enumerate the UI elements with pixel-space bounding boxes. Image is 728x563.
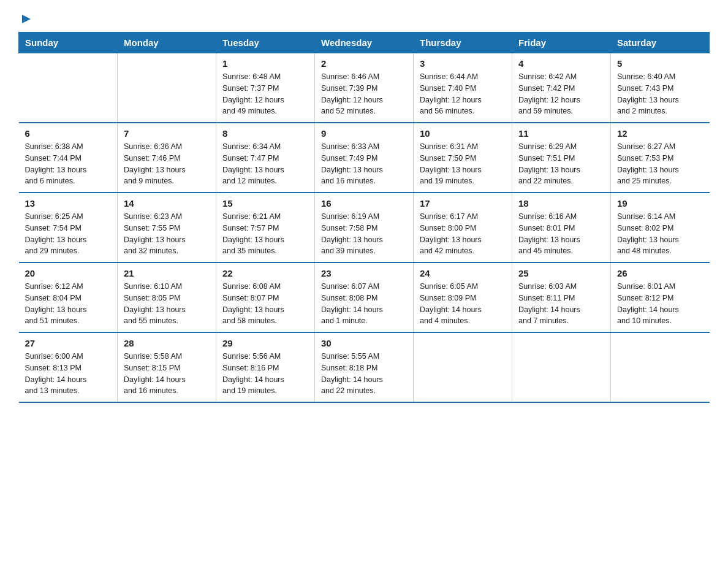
day-info: Sunrise: 6:34 AM Sunset: 7:47 PM Dayligh… xyxy=(222,141,308,187)
day-number: 25 xyxy=(518,268,604,278)
day-info: Sunrise: 6:29 AM Sunset: 7:51 PM Dayligh… xyxy=(518,141,604,187)
calendar-cell: 29Sunrise: 5:56 AM Sunset: 8:16 PM Dayli… xyxy=(216,332,315,402)
calendar-cell: 20Sunrise: 6:12 AM Sunset: 8:04 PM Dayli… xyxy=(19,262,118,332)
day-number: 12 xyxy=(617,128,703,139)
calendar-cell: 19Sunrise: 6:14 AM Sunset: 8:02 PM Dayli… xyxy=(611,193,710,262)
calendar-cell: 4Sunrise: 6:42 AM Sunset: 7:42 PM Daylig… xyxy=(512,53,611,123)
day-info: Sunrise: 6:44 AM Sunset: 7:40 PM Dayligh… xyxy=(420,71,506,117)
calendar-cell: 27Sunrise: 6:00 AM Sunset: 8:13 PM Dayli… xyxy=(19,332,118,402)
day-info: Sunrise: 6:05 AM Sunset: 8:09 PM Dayligh… xyxy=(420,281,506,327)
day-number: 1 xyxy=(222,58,308,69)
day-number: 23 xyxy=(321,268,407,278)
day-info: Sunrise: 6:21 AM Sunset: 7:57 PM Dayligh… xyxy=(222,211,308,257)
day-info: Sunrise: 5:55 AM Sunset: 8:18 PM Dayligh… xyxy=(321,351,407,397)
calendar-cell: 25Sunrise: 6:03 AM Sunset: 8:11 PM Dayli… xyxy=(512,262,611,332)
day-info: Sunrise: 6:10 AM Sunset: 8:05 PM Dayligh… xyxy=(124,281,210,327)
svg-marker-0 xyxy=(22,15,31,23)
logo-triangle-icon xyxy=(20,12,33,26)
day-number: 22 xyxy=(222,268,308,278)
day-number: 9 xyxy=(321,128,407,139)
calendar-cell: 6Sunrise: 6:38 AM Sunset: 7:44 PM Daylig… xyxy=(19,123,118,193)
day-info: Sunrise: 6:14 AM Sunset: 8:02 PM Dayligh… xyxy=(617,211,703,257)
day-info: Sunrise: 6:08 AM Sunset: 8:07 PM Dayligh… xyxy=(222,281,308,327)
day-info: Sunrise: 6:16 AM Sunset: 8:01 PM Dayligh… xyxy=(518,211,604,257)
calendar-cell: 9Sunrise: 6:33 AM Sunset: 7:49 PM Daylig… xyxy=(315,123,414,193)
day-info: Sunrise: 6:07 AM Sunset: 8:08 PM Dayligh… xyxy=(321,281,407,327)
day-number: 11 xyxy=(518,128,604,139)
day-info: Sunrise: 6:17 AM Sunset: 8:00 PM Dayligh… xyxy=(420,211,506,257)
weekday-header-saturday: Saturday xyxy=(611,33,710,53)
page-header xyxy=(18,12,710,26)
day-number: 7 xyxy=(124,128,210,139)
day-number: 18 xyxy=(518,198,604,209)
calendar-week-row: 20Sunrise: 6:12 AM Sunset: 8:04 PM Dayli… xyxy=(19,262,710,332)
weekday-header-friday: Friday xyxy=(512,33,611,53)
weekday-header-sunday: Sunday xyxy=(19,33,118,53)
day-number: 13 xyxy=(25,198,112,209)
day-number: 14 xyxy=(124,198,210,209)
day-info: Sunrise: 5:56 AM Sunset: 8:16 PM Dayligh… xyxy=(222,351,308,397)
day-info: Sunrise: 6:19 AM Sunset: 7:58 PM Dayligh… xyxy=(321,211,407,257)
calendar-cell: 30Sunrise: 5:55 AM Sunset: 8:18 PM Dayli… xyxy=(315,332,414,402)
day-number: 16 xyxy=(321,198,407,209)
calendar-cell: 12Sunrise: 6:27 AM Sunset: 7:53 PM Dayli… xyxy=(611,123,710,193)
day-info: Sunrise: 6:25 AM Sunset: 7:54 PM Dayligh… xyxy=(25,211,112,257)
day-number: 21 xyxy=(124,268,210,278)
weekday-header-monday: Monday xyxy=(118,33,216,53)
calendar-cell: 17Sunrise: 6:17 AM Sunset: 8:00 PM Dayli… xyxy=(414,193,512,262)
calendar-table: SundayMondayTuesdayWednesdayThursdayFrid… xyxy=(18,32,710,403)
calendar-cell: 18Sunrise: 6:16 AM Sunset: 8:01 PM Dayli… xyxy=(512,193,611,262)
day-info: Sunrise: 6:40 AM Sunset: 7:43 PM Dayligh… xyxy=(617,71,703,117)
calendar-cell xyxy=(19,53,118,123)
calendar-week-row: 1Sunrise: 6:48 AM Sunset: 7:37 PM Daylig… xyxy=(19,53,710,123)
calendar-cell: 3Sunrise: 6:44 AM Sunset: 7:40 PM Daylig… xyxy=(414,53,512,123)
calendar-cell: 7Sunrise: 6:36 AM Sunset: 7:46 PM Daylig… xyxy=(118,123,216,193)
weekday-header-tuesday: Tuesday xyxy=(216,33,315,53)
weekday-header-thursday: Thursday xyxy=(414,33,512,53)
calendar-cell: 15Sunrise: 6:21 AM Sunset: 7:57 PM Dayli… xyxy=(216,193,315,262)
calendar-week-row: 27Sunrise: 6:00 AM Sunset: 8:13 PM Dayli… xyxy=(19,332,710,402)
day-number: 27 xyxy=(25,338,112,348)
day-info: Sunrise: 6:12 AM Sunset: 8:04 PM Dayligh… xyxy=(25,281,112,327)
calendar-cell: 8Sunrise: 6:34 AM Sunset: 7:47 PM Daylig… xyxy=(216,123,315,193)
calendar-cell: 5Sunrise: 6:40 AM Sunset: 7:43 PM Daylig… xyxy=(611,53,710,123)
day-info: Sunrise: 6:42 AM Sunset: 7:42 PM Dayligh… xyxy=(518,71,604,117)
calendar-cell: 1Sunrise: 6:48 AM Sunset: 7:37 PM Daylig… xyxy=(216,53,315,123)
calendar-cell xyxy=(611,332,710,402)
day-info: Sunrise: 6:36 AM Sunset: 7:46 PM Dayligh… xyxy=(124,141,210,187)
day-info: Sunrise: 5:58 AM Sunset: 8:15 PM Dayligh… xyxy=(124,351,210,397)
calendar-cell xyxy=(414,332,512,402)
day-number: 26 xyxy=(617,268,703,278)
day-number: 5 xyxy=(617,58,703,69)
day-info: Sunrise: 6:00 AM Sunset: 8:13 PM Dayligh… xyxy=(25,351,112,397)
calendar-cell: 28Sunrise: 5:58 AM Sunset: 8:15 PM Dayli… xyxy=(118,332,216,402)
calendar-week-row: 6Sunrise: 6:38 AM Sunset: 7:44 PM Daylig… xyxy=(19,123,710,193)
calendar-cell: 14Sunrise: 6:23 AM Sunset: 7:55 PM Dayli… xyxy=(118,193,216,262)
day-info: Sunrise: 6:31 AM Sunset: 7:50 PM Dayligh… xyxy=(420,141,506,187)
day-number: 6 xyxy=(25,128,112,139)
calendar-cell xyxy=(118,53,216,123)
day-number: 4 xyxy=(518,58,604,69)
day-info: Sunrise: 6:48 AM Sunset: 7:37 PM Dayligh… xyxy=(222,71,308,117)
day-info: Sunrise: 6:01 AM Sunset: 8:12 PM Dayligh… xyxy=(617,281,703,327)
day-info: Sunrise: 6:33 AM Sunset: 7:49 PM Dayligh… xyxy=(321,141,407,187)
calendar-cell: 22Sunrise: 6:08 AM Sunset: 8:07 PM Dayli… xyxy=(216,262,315,332)
day-number: 20 xyxy=(25,268,112,278)
calendar-cell: 11Sunrise: 6:29 AM Sunset: 7:51 PM Dayli… xyxy=(512,123,611,193)
day-number: 2 xyxy=(321,58,407,69)
day-number: 17 xyxy=(420,198,506,209)
calendar-cell: 13Sunrise: 6:25 AM Sunset: 7:54 PM Dayli… xyxy=(19,193,118,262)
day-info: Sunrise: 6:27 AM Sunset: 7:53 PM Dayligh… xyxy=(617,141,703,187)
day-info: Sunrise: 6:03 AM Sunset: 8:11 PM Dayligh… xyxy=(518,281,604,327)
day-number: 10 xyxy=(420,128,506,139)
calendar-cell: 26Sunrise: 6:01 AM Sunset: 8:12 PM Dayli… xyxy=(611,262,710,332)
day-number: 3 xyxy=(420,58,506,69)
day-number: 29 xyxy=(222,338,308,348)
calendar-week-row: 13Sunrise: 6:25 AM Sunset: 7:54 PM Dayli… xyxy=(19,193,710,262)
day-info: Sunrise: 6:46 AM Sunset: 7:39 PM Dayligh… xyxy=(321,71,407,117)
calendar-cell: 24Sunrise: 6:05 AM Sunset: 8:09 PM Dayli… xyxy=(414,262,512,332)
weekday-header-wednesday: Wednesday xyxy=(315,33,414,53)
day-number: 8 xyxy=(222,128,308,139)
calendar-cell: 2Sunrise: 6:46 AM Sunset: 7:39 PM Daylig… xyxy=(315,53,414,123)
day-info: Sunrise: 6:23 AM Sunset: 7:55 PM Dayligh… xyxy=(124,211,210,257)
